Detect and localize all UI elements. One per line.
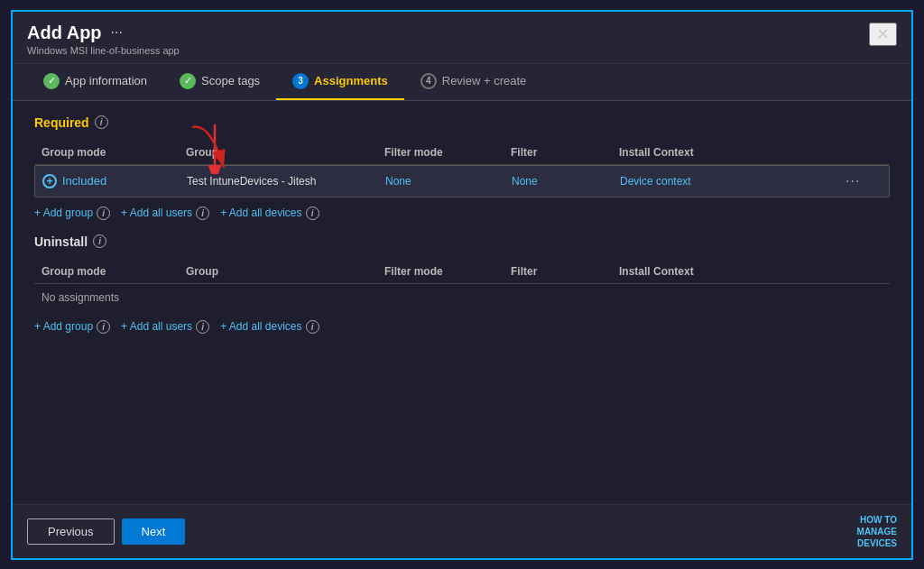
add-all-devices-info-required[interactable]: i (306, 206, 319, 220)
modal-title: Add App (27, 23, 102, 43)
uninstall-col-filter: Filter (511, 265, 619, 278)
uninstall-table: Group mode Group Filter mode Filter Inst… (34, 260, 890, 311)
tab-label-scope-tags: Scope tags (201, 74, 260, 87)
add-all-devices-link-required[interactable]: + Add all devices (220, 206, 301, 219)
add-group-info-uninstall[interactable]: i (97, 320, 110, 334)
add-group-link-uninstall[interactable]: + Add group (34, 320, 93, 333)
required-title-text: Required (34, 115, 89, 130)
required-info-icon[interactable]: i (95, 115, 108, 129)
included-text: Included (62, 174, 106, 188)
row-dots-menu[interactable]: ··· (845, 173, 882, 189)
watermark-line3: DEVICES (857, 537, 897, 549)
previous-button[interactable]: Previous (27, 519, 115, 545)
footer-buttons: Previous Next (27, 519, 185, 545)
uninstall-col-group: Group (186, 265, 384, 278)
uninstall-col-actions (846, 265, 882, 278)
tab-number-review-create: 4 (420, 73, 437, 89)
tab-app-information[interactable]: ✓ App information (27, 64, 163, 100)
tab-check-scope-tags: ✓ (180, 73, 196, 89)
tab-check-app-information: ✓ (43, 73, 60, 89)
uninstall-title-text: Uninstall (34, 234, 88, 249)
uninstall-col-filter-mode: Filter mode (384, 265, 511, 278)
tab-number-assignments: 3 (292, 73, 309, 89)
required-table-row[interactable]: + Included Test IntuneDevices - Jitesh N… (34, 165, 890, 197)
modal-subtitle: Windows MSI line-of-business app (27, 45, 180, 56)
no-assignments-row: No assignments (34, 284, 890, 311)
next-button[interactable]: Next (122, 519, 186, 545)
add-all-users-info-required[interactable]: i (196, 206, 209, 220)
tab-label-assignments: Assignments (314, 74, 388, 87)
col-filter: Filter (511, 146, 619, 159)
title-left: Add App ··· Windows MSI line-of-business… (27, 23, 180, 56)
watermark: HOW TO MANAGE DEVICES (857, 514, 897, 549)
uninstall-col-install-context: Install Context (619, 265, 846, 278)
title-menu-dots[interactable]: ··· (111, 25, 123, 40)
uninstall-section-title: Uninstall i (34, 234, 890, 249)
uninstall-add-links: + Add group i + Add all users i + Add al… (34, 320, 890, 334)
required-table: Group mode Group Filter mode Filter Inst… (34, 141, 890, 197)
col-group-mode: Group mode (42, 146, 186, 159)
cell-filter: None (512, 175, 620, 188)
required-add-links: + Add group i + Add all users i + Add al… (34, 206, 890, 220)
col-install-context: Install Context (619, 146, 846, 159)
title-bar: Add App ··· Windows MSI line-of-business… (13, 12, 911, 64)
tab-review-create[interactable]: 4 Review + create (404, 64, 543, 100)
uninstall-col-group-mode: Group mode (42, 265, 186, 278)
add-all-users-info-uninstall[interactable]: i (196, 320, 209, 334)
add-all-devices-link-uninstall[interactable]: + Add all devices (220, 320, 301, 333)
footer: Previous Next HOW TO MANAGE DEVICES (13, 504, 911, 558)
included-plus-icon: + (42, 174, 57, 188)
modal-container: Add App ··· Windows MSI line-of-business… (11, 10, 913, 560)
col-group: Group (186, 146, 384, 159)
required-row-wrapper: + Included Test IntuneDevices - Jitesh N… (34, 165, 890, 197)
cell-group: Test IntuneDevices - Jitesh (187, 175, 385, 188)
col-actions (846, 146, 882, 159)
cell-group-mode: + Included (42, 174, 187, 188)
tabs-bar: ✓ App information ✓ Scope tags 3 Assignm… (13, 64, 911, 101)
tab-label-review-create: Review + create (442, 74, 527, 87)
required-table-header: Group mode Group Filter mode Filter Inst… (34, 141, 890, 165)
close-button[interactable]: ✕ (869, 23, 897, 46)
cell-filter-mode: None (385, 175, 512, 188)
cell-install-context: Device context (620, 175, 845, 188)
col-filter-mode: Filter mode (384, 146, 511, 159)
watermark-line1: HOW TO (857, 514, 897, 526)
add-group-info-required[interactable]: i (97, 206, 110, 220)
uninstall-section: Uninstall i Group mode Group Filter mode… (34, 234, 890, 334)
tab-label-app-information: App information (65, 74, 147, 87)
main-content: Required i Group mode Group Filter mode … (13, 101, 911, 504)
add-group-link-required[interactable]: + Add group (34, 206, 93, 219)
add-all-users-link-required[interactable]: + Add all users (121, 206, 192, 219)
tab-assignments[interactable]: 3 Assignments (276, 64, 404, 100)
add-all-users-link-uninstall[interactable]: + Add all users (121, 320, 192, 333)
required-section-title: Required i (34, 115, 890, 130)
watermark-line2: MANAGE (857, 526, 897, 537)
uninstall-table-header: Group mode Group Filter mode Filter Inst… (34, 260, 890, 284)
tab-scope-tags[interactable]: ✓ Scope tags (163, 64, 276, 100)
uninstall-info-icon[interactable]: i (93, 234, 106, 248)
add-all-devices-info-uninstall[interactable]: i (306, 320, 319, 334)
